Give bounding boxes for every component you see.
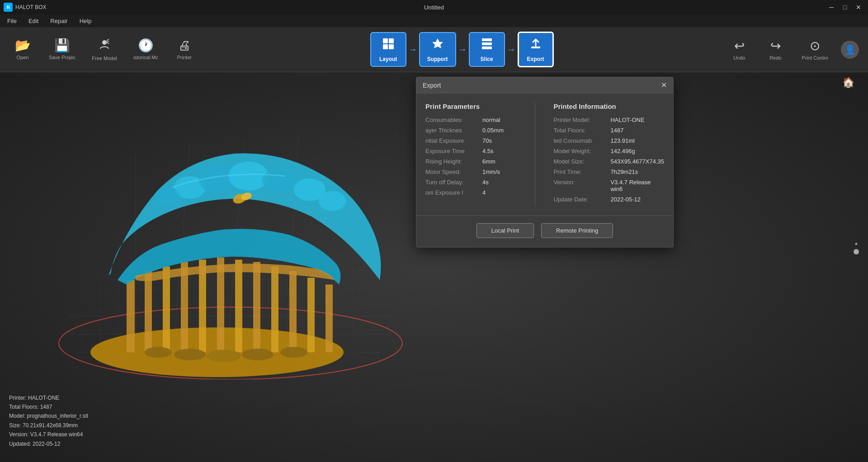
svg-rect-8 — [482, 47, 492, 49]
svg-point-32 — [145, 347, 172, 358]
historical-model-button[interactable]: 🕐 istorical Mc — [130, 35, 162, 64]
svg-rect-4 — [383, 44, 388, 49]
param-layer-thickness: ayer Thicknes 0.05mm — [425, 127, 517, 134]
workflow-support-button[interactable]: Support — [419, 32, 456, 67]
param-initial-exposure: nitial Exposure 70s — [425, 137, 517, 144]
print-control-button[interactable]: ⊙ Print Contro — [798, 36, 832, 63]
open-label: Open — [17, 55, 29, 60]
param-exposure-time: Exposure Time 4.5s — [425, 148, 517, 154]
param-consumables: Consumables: normal — [425, 117, 517, 123]
menu-bar: File Edit Repair Help — [0, 14, 868, 27]
param-motor-speed: Motor Speed: 1mm/s — [425, 168, 517, 175]
support-label: Support — [427, 56, 448, 62]
info-print-time: Print Time: 7h29m21s — [553, 168, 664, 175]
redo-label: Redo — [769, 55, 781, 61]
export-dialog-header: Export ✕ — [416, 77, 673, 93]
window-controls: ─ □ ✕ — [826, 3, 864, 12]
toolbar-left-group: 📂 Open 💾 Save Projec Free Model 🕐 istori… — [9, 35, 198, 64]
menu-file[interactable]: File — [2, 16, 22, 26]
svg-rect-26 — [235, 260, 242, 352]
save-project-button[interactable]: 💾 Save Projec — [45, 35, 79, 64]
param-turnoff-delay: Turn off Delay: 4s — [425, 179, 517, 186]
open-button[interactable]: 📂 Open — [9, 35, 36, 64]
param-bottom-exposure: om Exposure I 4 — [425, 189, 517, 196]
info-printer-model: Printer Model: HALOT-ONE — [553, 117, 664, 123]
print-parameters-heading: Print Parameters — [425, 103, 517, 110]
scroll-thumb — [854, 249, 859, 255]
slice-label: Slice — [481, 56, 493, 62]
workflow-arrow-1: → — [408, 44, 417, 55]
svg-rect-29 — [289, 271, 297, 352]
local-print-button[interactable]: Local Print — [476, 223, 534, 238]
export-label: Export — [527, 56, 544, 62]
title-bar-left: H HALOT BOX — [4, 3, 46, 12]
svg-rect-5 — [389, 44, 394, 49]
svg-rect-7 — [482, 42, 492, 45]
free-model-icon — [98, 38, 111, 54]
remote-printing-button[interactable]: Remote Printing — [541, 223, 613, 238]
info-model-weight: Model Weight: 142.496g — [553, 148, 664, 154]
export-buttons: Local Print Remote Printing — [416, 215, 673, 247]
svg-rect-9 — [531, 47, 540, 48]
svg-rect-22 — [163, 266, 170, 352]
printer-button[interactable]: 🖨 Printer — [171, 35, 198, 64]
home-button[interactable]: 🏠 — [842, 77, 854, 89]
window-title: Untitled — [424, 4, 444, 11]
workflow-arrow-3: → — [507, 44, 516, 55]
export-close-button[interactable]: ✕ — [661, 81, 667, 89]
minimize-button[interactable]: ─ — [826, 3, 837, 12]
workflow-layout-button[interactable]: Layout — [370, 32, 406, 67]
redo-icon: ↪ — [770, 38, 781, 53]
svg-rect-2 — [383, 38, 388, 43]
redo-button[interactable]: ↪ Redo — [762, 36, 789, 63]
svg-rect-28 — [271, 266, 278, 352]
status-bar: Printer: HALOT-ONE Total Floors: 1487 Mo… — [9, 393, 88, 448]
print-control-label: Print Contro — [802, 55, 828, 61]
info-model-size: Model Size: 543X95.4677X74.35 — [553, 158, 664, 165]
svg-point-33 — [174, 349, 206, 360]
undo-button[interactable]: ↩ Undo — [726, 36, 753, 63]
undo-icon: ↩ — [734, 38, 745, 53]
printer-icon: 🖨 — [178, 38, 191, 53]
maximize-button[interactable]: □ — [839, 3, 851, 12]
close-window-button[interactable]: ✕ — [853, 3, 864, 12]
menu-help[interactable]: Help — [74, 16, 97, 26]
status-printer: Printer: HALOT-ONE — [9, 393, 88, 402]
svg-rect-27 — [253, 262, 260, 352]
workflow-slice-button[interactable]: Slice — [469, 32, 505, 67]
export-dialog-title: Export — [423, 82, 441, 89]
scroll-indicator[interactable]: ▲ — [854, 241, 859, 255]
open-icon: 📂 — [15, 38, 31, 53]
info-version: Version: V3.4.7 Release win6 — [553, 179, 664, 192]
svg-rect-6 — [482, 38, 492, 41]
status-size: Size: 70.21x91.42x68.39mm — [9, 421, 88, 430]
menu-edit[interactable]: Edit — [23, 16, 44, 26]
free-model-button[interactable]: Free Model — [88, 35, 121, 64]
svg-rect-20 — [127, 280, 135, 352]
menu-repair[interactable]: Repair — [45, 16, 73, 26]
slice-icon — [480, 37, 494, 54]
svg-rect-31 — [326, 285, 333, 352]
save-icon: 💾 — [54, 38, 70, 53]
print-parameters-section: Print Parameters Consumables: normal aye… — [425, 103, 517, 206]
svg-point-43 — [319, 191, 346, 211]
export-content: Print Parameters Consumables: normal aye… — [416, 93, 673, 215]
historical-label: istorical Mc — [133, 55, 158, 60]
user-avatar[interactable]: 👤 — [841, 41, 859, 59]
app-name: HALOT BOX — [15, 4, 46, 10]
viewport: 🏠 ▲ Printer: HALOT-ONE Total Floors: 148… — [0, 72, 868, 462]
toolbar: 📂 Open 💾 Save Projec Free Model 🕐 istori… — [0, 27, 868, 72]
svg-point-34 — [207, 350, 241, 362]
svg-point-39 — [228, 162, 269, 191]
toolbar-right: ↩ Undo ↪ Redo ⊙ Print Contro 👤 — [726, 36, 859, 63]
svg-rect-30 — [307, 278, 315, 352]
export-icon — [528, 37, 543, 54]
undo-label: Undo — [733, 55, 745, 61]
app-logo: H — [4, 3, 13, 12]
workflow-export-button[interactable]: Export — [518, 32, 554, 67]
title-bar: H HALOT BOX Untitled ─ □ ✕ — [0, 0, 868, 14]
workflow-area: Layout → Support → Slice → — [216, 32, 708, 67]
svg-rect-21 — [145, 271, 152, 352]
3d-model — [45, 99, 416, 379]
save-label: Save Projec — [49, 55, 75, 60]
